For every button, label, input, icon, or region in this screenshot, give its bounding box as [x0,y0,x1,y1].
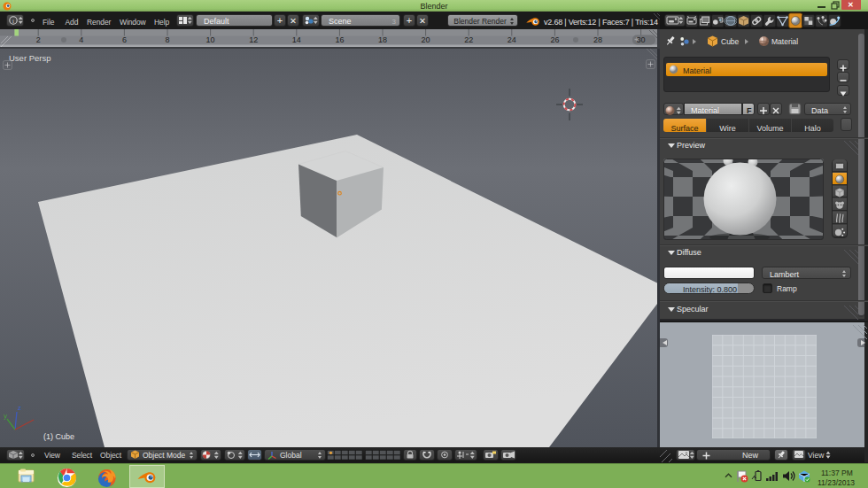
svg-text:2: 2 [36,35,41,44]
svg-text:30: 30 [637,35,646,44]
svg-text:i: i [12,18,14,25]
svg-text:User Persp: User Persp [9,53,51,63]
svg-text:16: 16 [335,35,344,44]
svg-text:24: 24 [508,35,516,44]
svg-text:22: 22 [464,35,473,44]
svg-text:12: 12 [249,35,258,44]
svg-text:18: 18 [378,35,387,44]
svg-text:8: 8 [165,35,169,44]
svg-text:26: 26 [550,35,559,44]
svg-text:(1) Cube: (1) Cube [43,432,74,441]
svg-text:14: 14 [292,35,301,44]
svg-text:10: 10 [206,35,215,44]
svg-text:6: 6 [122,35,127,44]
svg-text:4: 4 [79,35,83,44]
svg-text:28: 28 [593,35,602,44]
svg-text:z: z [18,404,21,412]
svg-text:y: y [4,412,7,420]
svg-text:20: 20 [422,35,430,44]
